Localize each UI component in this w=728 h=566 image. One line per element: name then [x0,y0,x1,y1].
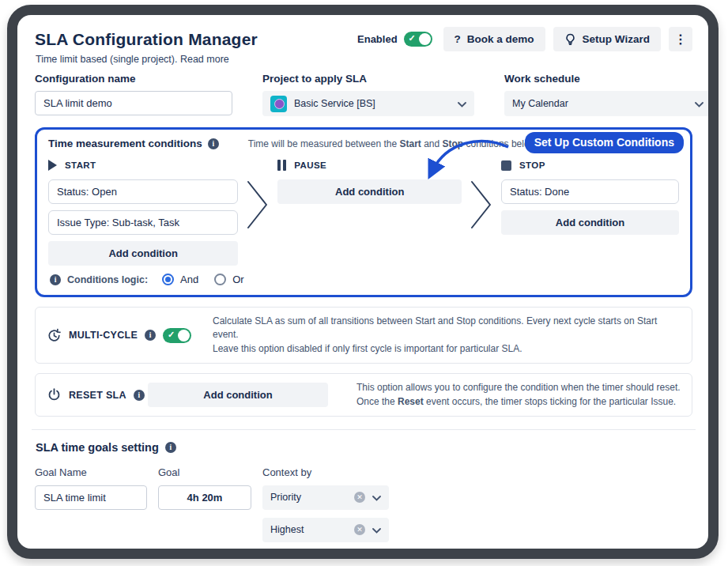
conditions-logic-label: Conditions logic: [67,274,148,285]
multi-cycle-description: Calculate SLA as sum of all transitions … [213,315,681,356]
chevron-separator-icon [470,179,493,230]
start-condition[interactable]: Status: Open [48,179,238,204]
enabled-control: Enabled ✓ [357,32,432,47]
context-select-priority[interactable]: Priority ✕ [262,485,389,510]
info-icon[interactable]: i [145,330,156,341]
enabled-toggle[interactable]: ✓ [404,32,432,47]
pause-label: PAUSE [294,160,326,170]
read-more-link[interactable]: Read more [180,54,229,65]
goal-name-label: Goal Name [35,466,147,478]
reset-sla-description: This option allows you to configure the … [356,381,681,409]
multi-cycle-desc-1: Calculate SLA as sum of all transitions … [213,315,681,342]
config-name-input[interactable] [35,91,232,115]
info-icon[interactable]: i [208,138,219,149]
conditions-logic-row: i Conditions logic: And Or [50,274,679,285]
chevron-down-icon [695,96,703,111]
logic-and-radio[interactable] [162,274,174,285]
page-subtitle: Time limit based (single project). Read … [36,54,692,65]
check-icon: ✓ [168,330,175,340]
book-demo-label: Book a demo [467,33,534,45]
check-icon: ✓ [409,33,416,43]
schedule-select[interactable]: My Calendar [504,91,711,116]
logic-and-label: And [180,274,198,285]
clear-icon[interactable]: ✕ [354,492,365,503]
project-label: Project to apply SLA [262,73,474,85]
app-window: SLA Configuration Manager Enabled ✓ ? Bo… [7,5,719,559]
project-value: Basic Service [BS] [294,98,375,109]
kebab-menu-icon[interactable]: ⋮ [669,27,692,51]
goals-title-row: SLA time goals setting i [36,441,692,454]
callout-arrow [421,139,510,183]
power-icon [47,387,62,402]
setup-wizard-label: Setup Wizard [583,33,650,45]
helper-start: Start [399,138,421,149]
start-add-condition-button[interactable]: Add condition [48,241,238,266]
setup-wizard-button[interactable]: Setup Wizard [553,27,661,51]
goals-row: Goal Name Goal Context by Priority ✕ Hig… [35,466,692,550]
toggle-knob [419,33,431,45]
chevron-down-icon [458,96,466,111]
play-icon [48,160,57,171]
schedule-value: My Calendar [512,98,568,109]
logic-or-label: Or [232,274,243,285]
info-icon[interactable]: i [50,274,61,285]
section-divider [32,429,696,430]
reset-desc-2: Once the Reset event occurs, the timer s… [356,395,681,409]
toggle-knob [178,330,190,341]
reset-sla-label: RESET SLA [69,390,126,401]
enabled-label: Enabled [357,33,398,45]
project-avatar [270,96,287,112]
chevron-separator-icon [246,179,270,230]
reset-add-condition-button[interactable]: Add condition [148,383,328,407]
reset-desc-1: This option allows you to configure the … [356,381,681,394]
top-form: Configuration name Project to apply SLA … [35,73,692,116]
start-column: START Status: Open Issue Type: Sub-task,… [48,157,238,266]
goal-name-input[interactable] [35,485,147,510]
reset-desc-2-suffix: event occurs, the timer stops ticking fo… [424,396,676,407]
start-label: START [65,160,96,170]
start-condition[interactable]: Issue Type: Sub-task, Task [48,210,238,235]
stop-label: STOP [519,160,545,170]
setup-custom-conditions-callout: Set Up Custom Conditions [525,132,684,153]
multi-cycle-icon [47,328,62,343]
chevron-down-icon [372,523,381,537]
multi-cycle-label: MULTI-CYCLE [69,330,138,341]
goal-value-input[interactable] [158,485,251,510]
lightbulb-icon [564,33,576,46]
pause-icon [277,160,286,171]
clear-icon[interactable]: ✕ [354,524,365,535]
stop-add-condition-button[interactable]: Add condition [501,210,679,235]
goals-title: SLA time goals setting [36,441,159,454]
stop-condition[interactable]: Status: Done [501,179,679,204]
header: SLA Configuration Manager Enabled ✓ ? Bo… [35,27,692,51]
reset-desc-2-prefix: Once the [356,396,398,407]
reset-desc-2-bold: Reset [398,396,424,407]
helper-prefix: Time will be measured between the [248,138,400,149]
question-icon: ? [455,33,461,45]
info-icon[interactable]: i [134,390,145,401]
logic-or-radio[interactable] [214,274,226,285]
reset-sla-row: RESET SLA i Add condition This option al… [35,373,692,417]
stop-column: STOP Status: Done Add condition [501,157,679,235]
chevron-down-icon [372,490,381,504]
multi-cycle-row: MULTI-CYCLE i ✓ Calculate SLA as sum of … [35,307,692,364]
context-by-label: Context by [262,466,389,478]
context-value: Priority [270,492,301,503]
info-icon[interactable]: i [165,442,176,453]
context-value: Highest [270,524,304,535]
subtitle-text: Time limit based (single project). [36,54,180,65]
book-demo-button[interactable]: ? Book a demo [443,27,545,51]
context-select-highest[interactable]: Highest ✕ [262,518,389,542]
project-select[interactable]: Basic Service [BS] [262,91,474,116]
multi-cycle-desc-2: Leave this option disabled if only first… [213,342,681,356]
page-title: SLA Configuration Manager [35,30,258,49]
multi-cycle-toggle[interactable]: ✓ [163,328,191,343]
time-measurement-section: Set Up Custom Conditions Time measuremen… [35,127,692,297]
config-name-label: Configuration name [35,73,232,85]
goal-label: Goal [158,466,251,478]
conditions-title: Time measurement conditions [48,138,202,149]
schedule-label: Work schedule [504,73,711,85]
